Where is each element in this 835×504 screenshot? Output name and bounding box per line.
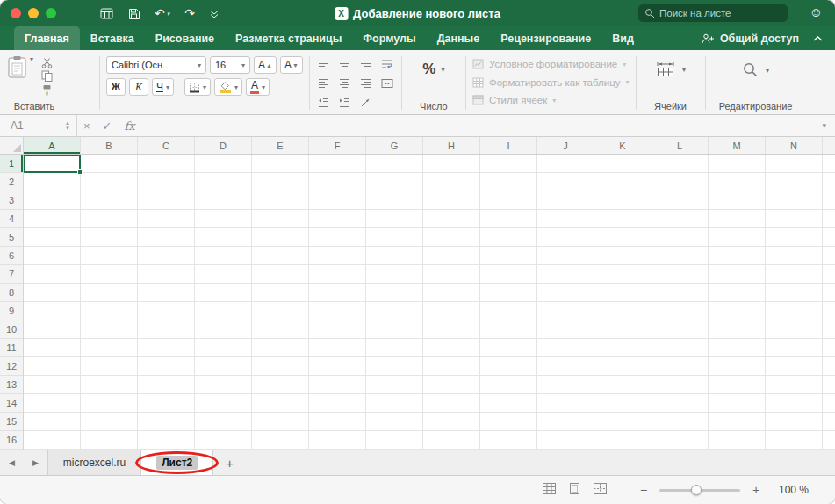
sheet-tab-microexcel[interactable]: microexcel.ru xyxy=(47,450,141,475)
cancel-icon[interactable]: × xyxy=(83,120,90,132)
page-break-view-icon[interactable] xyxy=(594,482,607,498)
paste-dropdown-icon[interactable]: ▾ xyxy=(30,55,33,63)
bold-button[interactable]: Ж xyxy=(106,78,126,96)
align-middle-icon[interactable] xyxy=(339,60,350,68)
row-header-12[interactable]: 12 xyxy=(0,357,23,376)
font-color-button[interactable]: А ▾ xyxy=(246,78,270,96)
text-orientation-icon[interactable] xyxy=(360,97,371,108)
select-all-corner[interactable] xyxy=(0,137,24,154)
cut-icon[interactable] xyxy=(41,56,53,68)
row-header-5[interactable]: 5 xyxy=(0,228,23,247)
name-box[interactable]: A1 ▲▼ xyxy=(0,115,77,136)
column-header-K[interactable]: K xyxy=(594,137,651,154)
tab-draw[interactable]: Рисование xyxy=(145,26,225,50)
row-header-1[interactable]: 1 xyxy=(0,155,23,173)
wrap-text-icon[interactable] xyxy=(381,59,393,69)
row-header-14[interactable]: 14 xyxy=(0,394,23,413)
insert-function-icon[interactable]: fx xyxy=(125,120,135,132)
minimize-button[interactable] xyxy=(28,8,39,18)
customize-toolbar-icon[interactable] xyxy=(210,9,219,18)
tab-formulas[interactable]: Формулы xyxy=(352,26,426,50)
tab-review[interactable]: Рецензирование xyxy=(490,26,601,50)
paste-button[interactable]: ▾ xyxy=(7,54,33,101)
align-center-icon[interactable] xyxy=(339,78,350,89)
row-header-15[interactable]: 15 xyxy=(0,413,23,431)
search-box[interactable]: Поиск на листе xyxy=(638,4,788,22)
percent-style-button[interactable]: % ▾ xyxy=(408,54,459,78)
tab-insert[interactable]: Вставка xyxy=(80,26,145,50)
row-header-3[interactable]: 3 xyxy=(0,191,23,210)
row-header-7[interactable]: 7 xyxy=(0,265,23,284)
add-sheet-button[interactable]: + xyxy=(213,450,246,475)
column-header-A[interactable]: A xyxy=(24,137,81,154)
tab-home[interactable]: Главная xyxy=(14,26,80,50)
column-header-E[interactable]: E xyxy=(252,137,309,154)
save-icon[interactable] xyxy=(128,8,140,19)
excel-table-icon[interactable] xyxy=(100,8,113,19)
cells-canvas[interactable] xyxy=(24,155,835,450)
row-header-2[interactable]: 2 xyxy=(0,173,23,191)
row-header-9[interactable]: 9 xyxy=(0,302,23,320)
row-header-10[interactable]: 10 xyxy=(0,320,23,339)
redo-icon[interactable]: ↷ xyxy=(184,7,195,19)
tab-data[interactable]: Данные xyxy=(427,26,491,50)
fill-handle[interactable] xyxy=(77,169,83,175)
font-name-select[interactable]: Calibri (Осн... ▾ xyxy=(106,56,206,74)
undo-icon[interactable]: ↶▾ xyxy=(155,7,169,19)
row-header-4[interactable]: 4 xyxy=(0,210,23,228)
zoom-out-button[interactable]: − xyxy=(638,484,649,496)
increase-font-size-button[interactable]: A▲ xyxy=(254,56,277,74)
row-header-6[interactable]: 6 xyxy=(0,247,23,265)
copy-icon[interactable] xyxy=(41,70,53,83)
share-button[interactable]: Общий доступ xyxy=(693,26,808,50)
font-size-select[interactable]: 16 ▾ xyxy=(210,56,250,74)
align-left-icon[interactable] xyxy=(318,78,329,89)
align-top-icon[interactable] xyxy=(318,60,329,68)
tab-page-layout[interactable]: Разметка страницы xyxy=(225,26,352,50)
decrease-font-size-button[interactable]: A▼ xyxy=(280,56,303,74)
row-header-8[interactable]: 8 xyxy=(0,284,23,302)
normal-view-icon[interactable] xyxy=(543,482,556,498)
column-header-N[interactable]: N xyxy=(766,137,823,154)
decrease-indent-icon[interactable] xyxy=(318,97,329,108)
column-header-F[interactable]: F xyxy=(309,137,366,154)
sheet-tab-list2[interactable]: Лист2 xyxy=(141,450,213,475)
column-header-B[interactable]: B xyxy=(81,137,138,154)
column-header-I[interactable]: I xyxy=(480,137,537,154)
close-button[interactable] xyxy=(11,8,21,18)
zoom-slider[interactable] xyxy=(659,489,740,492)
column-header-C[interactable]: C xyxy=(138,137,195,154)
format-as-table-button[interactable]: Форматировать как таблицу ▾ xyxy=(472,74,630,91)
column-header-H[interactable]: H xyxy=(423,137,480,154)
increase-indent-icon[interactable] xyxy=(339,97,350,108)
conditional-formatting-button[interactable]: Условное форматирование ▾ xyxy=(472,55,630,73)
cell-styles-button[interactable]: Стили ячеек ▾ xyxy=(472,91,630,109)
column-header-L[interactable]: L xyxy=(651,137,709,154)
zoom-level-label[interactable]: 100 % xyxy=(772,484,809,496)
row-header-13[interactable]: 13 xyxy=(0,376,23,394)
sheet-nav-right-icon[interactable]: ▶ xyxy=(24,450,47,475)
collapse-ribbon-icon[interactable] xyxy=(808,26,835,50)
italic-button[interactable]: К xyxy=(129,78,148,96)
column-header-G[interactable]: G xyxy=(366,137,423,154)
formula-bar-expand-icon[interactable]: ▾ xyxy=(813,121,835,130)
name-box-stepper[interactable]: ▲▼ xyxy=(65,120,70,131)
column-header-M[interactable]: M xyxy=(709,137,766,154)
zoom-in-button[interactable]: + xyxy=(751,484,761,496)
zoom-slider-thumb[interactable] xyxy=(691,485,702,495)
active-cell-selection[interactable] xyxy=(24,155,81,173)
merge-cells-icon[interactable] xyxy=(381,78,393,89)
column-header-D[interactable]: D xyxy=(195,137,252,154)
zoom-button[interactable] xyxy=(46,8,56,18)
sheet-tab-rename-field[interactable]: Лист2 xyxy=(156,456,198,470)
underline-button[interactable]: Ч▾ xyxy=(152,78,174,96)
align-right-icon[interactable] xyxy=(360,78,371,89)
enter-icon[interactable]: ✓ xyxy=(103,120,112,132)
undo-dropdown-icon[interactable]: ▾ xyxy=(167,11,170,17)
fill-color-button[interactable]: ▾ xyxy=(214,78,242,96)
borders-button[interactable]: ▾ xyxy=(184,78,211,96)
feedback-smiley-icon[interactable]: ☺ xyxy=(810,5,823,18)
format-painter-icon[interactable] xyxy=(41,83,53,96)
page-layout-view-icon[interactable] xyxy=(569,482,580,498)
column-header-J[interactable]: J xyxy=(537,137,594,154)
